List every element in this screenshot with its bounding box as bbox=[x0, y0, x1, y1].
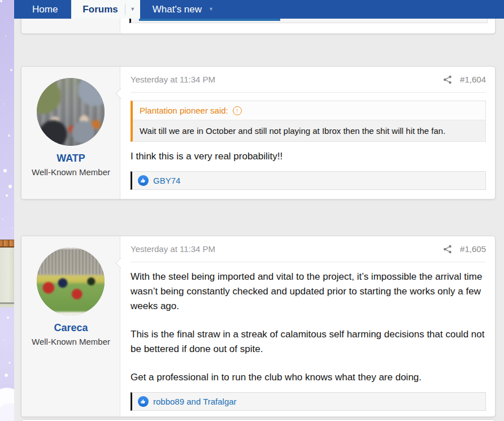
author-column: WATP Well-Known Member bbox=[21, 67, 120, 199]
likes-bar: GBY74 bbox=[131, 171, 486, 190]
post-timestamp[interactable]: Yesterday at 11:34 PM bbox=[131, 75, 215, 84]
post-message: Yesterday at 11:34 PM #1,604 Planta bbox=[121, 67, 495, 199]
quote-attribution[interactable]: Plantation pioneer said: ↑ bbox=[133, 101, 485, 120]
thumbs-up-icon bbox=[138, 175, 149, 186]
background-scene-decoration bbox=[0, 240, 14, 309]
chevron-down-icon[interactable]: ▼ bbox=[125, 7, 140, 12]
nav-tab-home-label: Home bbox=[32, 4, 58, 15]
main-navigation: Home Forums ▼ What's new ▼ bbox=[14, 0, 504, 19]
thread-content-area: WATP Well-Known Member Yesterday at 11:3… bbox=[14, 19, 504, 421]
wall-decoration bbox=[0, 248, 14, 302]
avatar-football-match-photo bbox=[37, 248, 105, 315]
post-header: Yesterday at 11:34 PM #1,605 bbox=[131, 236, 486, 262]
avatar-crowd-photo bbox=[37, 78, 105, 146]
likes-bar-cropped bbox=[129, 19, 488, 23]
quoted-text: Wait till we are in October and still no… bbox=[133, 120, 485, 141]
post-number-link[interactable]: #1,604 bbox=[460, 75, 486, 84]
post-header-right: #1,605 bbox=[443, 244, 486, 254]
post-text: Get a professional in to run the club wh… bbox=[131, 370, 486, 385]
snow-dots-decoration bbox=[0, 0, 2, 2]
post-card: WATP Well-Known Member Yesterday at 11:3… bbox=[21, 66, 496, 199]
nav-tab-home[interactable]: Home bbox=[19, 0, 71, 19]
likes-usernames[interactable]: robbo89 and Trafalgar bbox=[153, 397, 237, 406]
chevron-down-icon[interactable]: ▼ bbox=[208, 7, 214, 12]
avatar[interactable] bbox=[37, 248, 105, 315]
nav-tab-whats-new-label: What's new bbox=[153, 4, 202, 15]
post-card-cropped-top bbox=[21, 19, 496, 34]
author-username[interactable]: Careca bbox=[21, 322, 120, 334]
author-column bbox=[21, 19, 120, 33]
author-username[interactable]: WATP bbox=[21, 153, 120, 164]
likes-usernames[interactable]: GBY74 bbox=[153, 176, 180, 185]
post-message: Yesterday at 11:34 PM #1,605 With the st… bbox=[121, 236, 495, 416]
forum-page: Home Forums ▼ What's new ▼ WATP bbox=[0, 0, 504, 421]
thumbs-up-icon bbox=[138, 396, 149, 407]
post-text: I think this is a very real probability!… bbox=[131, 149, 486, 164]
wall-base-decoration bbox=[0, 304, 14, 307]
author-column: Careca Well-Known Member bbox=[21, 236, 120, 416]
post-number-link[interactable]: #1,605 bbox=[460, 244, 486, 254]
arrow-up-circle-icon[interactable]: ↑ bbox=[233, 106, 242, 115]
post-text: With the steel being imported and vital … bbox=[131, 270, 486, 314]
post-card: Careca Well-Known Member Yesterday at 11… bbox=[21, 236, 496, 417]
post-header-right: #1,604 bbox=[443, 75, 486, 84]
nav-tab-forums[interactable]: Forums ▼ bbox=[71, 0, 140, 19]
share-nodes-icon[interactable] bbox=[443, 245, 452, 254]
post-header: Yesterday at 11:34 PM #1,604 bbox=[131, 67, 486, 93]
nav-tab-forums-label: Forums bbox=[82, 4, 124, 15]
quote-attribution-label: Plantation pioneer said: bbox=[140, 106, 228, 115]
post-text: This is the final straw in a streak of c… bbox=[131, 327, 486, 357]
post-timestamp[interactable]: Yesterday at 11:34 PM bbox=[131, 244, 215, 254]
author-user-title: Well-Known Member bbox=[21, 167, 120, 177]
quote-block: Plantation pioneer said: ↑ Wait till we … bbox=[131, 101, 486, 142]
nav-tab-whats-new[interactable]: What's new ▼ bbox=[140, 0, 220, 19]
wood-shelf-decoration bbox=[0, 240, 14, 248]
share-nodes-icon[interactable] bbox=[443, 75, 452, 84]
cropped-likes-text-fragment bbox=[139, 19, 280, 21]
avatar[interactable] bbox=[37, 78, 105, 146]
likes-bar: robbo89 and Trafalgar bbox=[131, 392, 486, 411]
author-user-title: Well-Known Member bbox=[21, 337, 120, 346]
